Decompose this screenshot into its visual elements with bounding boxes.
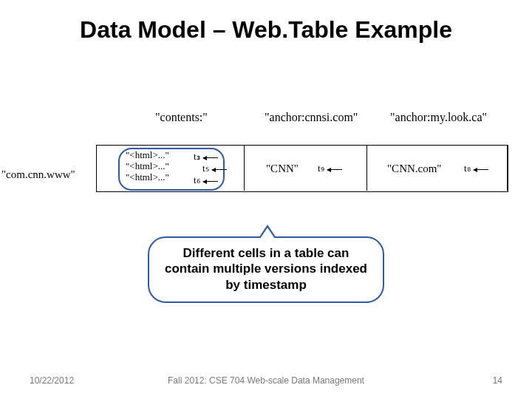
callout-bubble: Different cells in a table can contain m… [148, 236, 384, 303]
timestamp-t6: t₆ [194, 174, 218, 186]
webtable-diagram: "contents:" "anchor:cnnsi.com" "anchor:m… [22, 111, 510, 214]
row-key: "com.cnn.www" [1, 168, 75, 181]
table-divider [507, 145, 508, 191]
slide-title: Data Model – Web.Table Example [0, 16, 532, 44]
table-divider [366, 145, 367, 191]
contents-version-line: "<html>..." [126, 149, 169, 160]
table-divider [244, 145, 245, 191]
footer-page-number: 14 [493, 375, 502, 386]
contents-version-line: "<html>..." [126, 160, 169, 171]
anchor-cnnsi-value: "CNN" [266, 163, 299, 175]
anchor-mylook-value: "CNN.com" [387, 163, 442, 175]
column-label-anchor-cnnsi: "anchor:cnnsi.com" [265, 111, 358, 124]
contents-cell-versions: "<html>..." "<html>..." "<html>..." [126, 149, 169, 183]
timestamp-t9: t₉ [318, 163, 342, 174]
timestamp-t8: t₈ [464, 163, 488, 174]
footer-course: Fall 2012: CSE 704 Web-scale Data Manage… [0, 375, 532, 386]
slide: Data Model – Web.Table Example "contents… [0, 0, 532, 399]
table-divider [96, 145, 97, 191]
column-label-anchor-mylook: "anchor:my.look.ca" [390, 111, 487, 124]
timestamp-t5: t₅ [202, 163, 227, 174]
column-label-contents: "contents:" [155, 111, 208, 124]
contents-version-line: "<html>..." [126, 171, 169, 183]
timestamp-t3: t₃ [194, 151, 218, 163]
